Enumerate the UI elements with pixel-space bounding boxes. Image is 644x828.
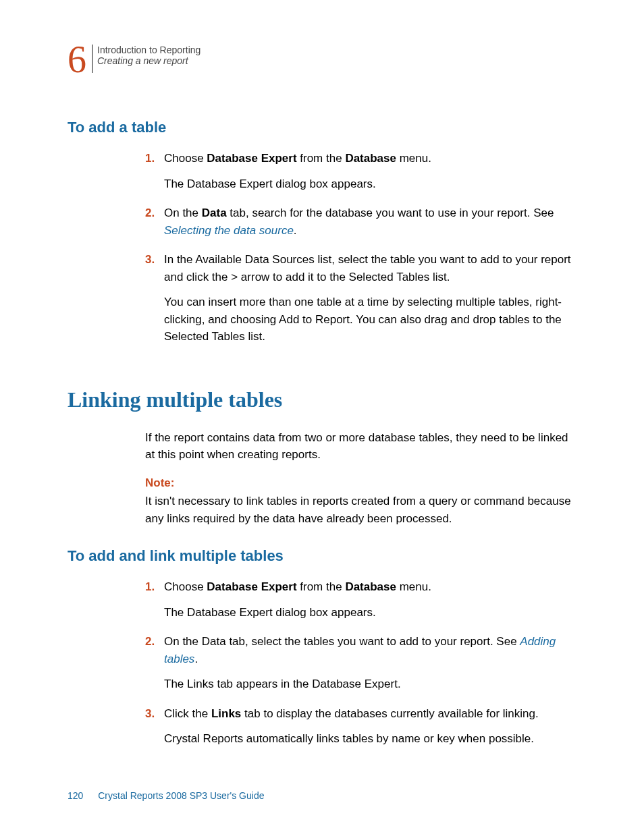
heading-to-add-and-link-multiple-tables: To add and link multiple tables (68, 547, 576, 565)
step-number: 2. (145, 204, 164, 247)
step-text: The Links tab appears in the Database Ex… (164, 675, 576, 693)
step-number: 2. (145, 633, 164, 701)
step-text: On the Data tab, select the tables you w… (164, 633, 576, 667)
header-breadcrumb-2: Creating a new report (97, 55, 200, 66)
page-footer: 120 Crystal Reports 2008 SP3 User's Guid… (68, 790, 264, 801)
step-number: 1. (145, 150, 164, 200)
section1-content: 1. Choose Database Expert from the Datab… (145, 150, 576, 354)
step-body: On the Data tab, select the tables you w… (164, 633, 576, 701)
note-label: Note: (145, 474, 576, 492)
header-breadcrumb-1: Introduction to Reporting (97, 45, 200, 55)
page-header: 6 Introduction to Reporting Creating a n… (68, 40, 576, 78)
bold-text: Database (345, 152, 396, 165)
text: tab, search for the database you want to… (227, 206, 554, 219)
text: Choose (164, 152, 207, 165)
heading-linking-multiple-tables: Linking multiple tables (68, 387, 576, 412)
header-text: Introduction to Reporting Creating a new… (97, 40, 200, 66)
heading-to-add-a-table: To add a table (68, 119, 576, 136)
step-number: 3. (145, 251, 164, 354)
step-body: Choose Database Expert from the Database… (164, 150, 576, 200)
header-divider (92, 45, 93, 73)
step-text: Crystal Reports automatically links tabl… (164, 730, 576, 748)
text: from the (297, 152, 346, 165)
step-text: The Database Expert dialog box appears. (164, 175, 576, 193)
step-body: Click the Links tab to display the datab… (164, 705, 576, 756)
step-text: Choose Database Expert from the Database… (164, 578, 576, 596)
list-item: 3. In the Available Data Sources list, s… (145, 251, 576, 354)
step-text: The Database Expert dialog box appears. (164, 604, 576, 622)
section3-content: 1. Choose Database Expert from the Datab… (145, 578, 576, 756)
step-text: In the Available Data Sources list, sele… (164, 251, 576, 285)
step-body: On the Data tab, search for the database… (164, 204, 576, 247)
step-number: 3. (145, 705, 164, 756)
bold-text: Database (345, 580, 396, 593)
text: Choose (164, 580, 207, 593)
step-number: 1. (145, 578, 164, 629)
text: from the (297, 580, 346, 593)
list-item: 3. Click the Links tab to display the da… (145, 705, 576, 756)
bold-text: Database Expert (207, 580, 296, 593)
step-text: Choose Database Expert from the Database… (164, 150, 576, 167)
text: tab to display the databases currently a… (241, 707, 538, 720)
paragraph: If the report contains data from two or … (145, 429, 576, 464)
note-text: It isn't necessary to link tables in rep… (145, 493, 576, 527)
section2-content: If the report contains data from two or … (145, 429, 576, 528)
step-body: In the Available Data Sources list, sele… (164, 251, 576, 354)
text: On the (164, 206, 202, 219)
text: menu. (396, 580, 431, 593)
bold-text: Data (202, 206, 227, 219)
step-text: Click the Links tab to display the datab… (164, 705, 576, 723)
link-selecting-data-source[interactable]: Selecting the data source (164, 224, 294, 237)
step-body: Choose Database Expert from the Database… (164, 578, 576, 629)
chapter-number: 6 (68, 40, 86, 78)
text: . (294, 224, 297, 237)
text: On the Data tab, select the tables you w… (164, 635, 520, 648)
bold-text: Database Expert (207, 152, 296, 165)
text: menu. (396, 152, 431, 165)
list-item: 1. Choose Database Expert from the Datab… (145, 578, 576, 629)
list-item: 2. On the Data tab, select the tables yo… (145, 633, 576, 701)
step-text: On the Data tab, search for the database… (164, 204, 576, 239)
footer-title: Crystal Reports 2008 SP3 User's Guide (98, 790, 264, 801)
list-item: 1. Choose Database Expert from the Datab… (145, 150, 576, 200)
step-text: You can insert more than one table at a … (164, 294, 576, 346)
page: 6 Introduction to Reporting Creating a n… (0, 0, 644, 828)
text: . (194, 653, 198, 665)
page-number: 120 (68, 790, 83, 801)
bold-text: Links (211, 707, 241, 720)
list-item: 2. On the Data tab, search for the datab… (145, 204, 576, 247)
text: Click the (164, 707, 211, 720)
